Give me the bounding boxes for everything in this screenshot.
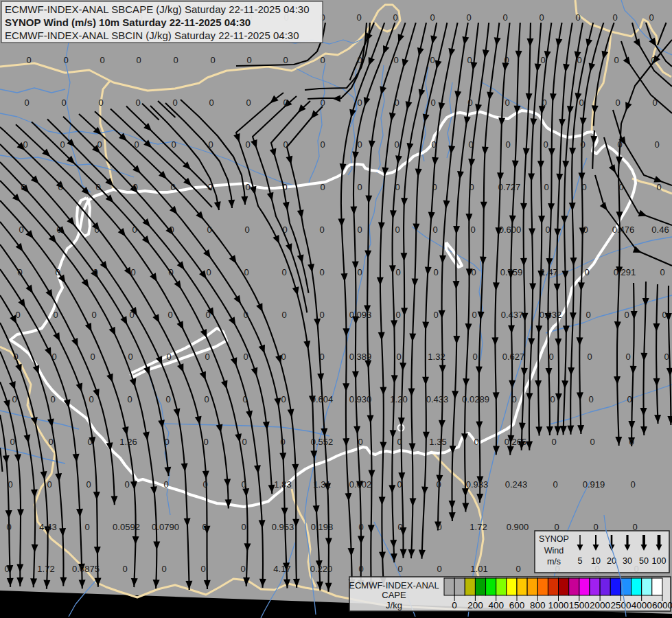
svg-text:1.20: 1.20 xyxy=(390,394,407,404)
svg-text:0: 0 xyxy=(283,55,288,65)
svg-text:0.433: 0.433 xyxy=(426,394,449,404)
svg-text:200: 200 xyxy=(467,600,483,610)
svg-text:0: 0 xyxy=(436,479,441,490)
svg-text:0: 0 xyxy=(50,394,55,404)
svg-text:0: 0 xyxy=(430,55,435,65)
svg-text:0: 0 xyxy=(664,352,669,362)
svg-text:0: 0 xyxy=(469,182,474,192)
svg-text:0: 0 xyxy=(122,564,127,574)
svg-text:0: 0 xyxy=(200,564,205,574)
svg-text:0: 0 xyxy=(624,310,629,320)
svg-text:0: 0 xyxy=(397,564,402,574)
svg-text:0: 0 xyxy=(171,139,176,150)
svg-text:1.83: 1.83 xyxy=(274,479,291,490)
svg-text:0: 0 xyxy=(357,225,362,235)
svg-text:0: 0 xyxy=(15,310,20,320)
svg-text:0: 0 xyxy=(242,394,247,404)
svg-text:0: 0 xyxy=(542,98,546,108)
svg-text:0: 0 xyxy=(540,55,545,65)
svg-text:30: 30 xyxy=(623,556,632,566)
svg-text:100: 100 xyxy=(652,556,667,566)
svg-text:SYNOP Wind (m/s) 10m Saturday: SYNOP Wind (m/s) 10m Saturday 22-11-2025… xyxy=(5,16,251,28)
svg-text:0: 0 xyxy=(319,267,324,277)
svg-text:0: 0 xyxy=(281,267,286,277)
svg-text:0: 0 xyxy=(165,394,170,404)
svg-text:0: 0 xyxy=(395,225,399,235)
svg-text:0.46: 0.46 xyxy=(651,225,669,235)
svg-text:0: 0 xyxy=(21,182,25,192)
svg-text:0: 0 xyxy=(17,267,22,277)
svg-text:0: 0 xyxy=(553,479,557,490)
svg-text:0: 0 xyxy=(90,352,95,362)
svg-text:0: 0 xyxy=(242,437,246,447)
svg-text:0: 0 xyxy=(134,139,139,150)
svg-text:0: 0 xyxy=(244,225,249,235)
svg-text:0: 0 xyxy=(580,139,585,150)
svg-text:0.0875: 0.0875 xyxy=(72,564,100,574)
svg-text:0.0289: 0.0289 xyxy=(462,394,489,404)
svg-text:0: 0 xyxy=(320,182,325,192)
svg-text:0: 0 xyxy=(543,139,548,150)
svg-text:0: 0 xyxy=(397,522,402,532)
svg-text:0: 0 xyxy=(282,182,287,192)
svg-text:2000: 2000 xyxy=(590,600,610,610)
svg-text:0: 0 xyxy=(474,437,478,447)
svg-text:0: 0 xyxy=(4,564,9,574)
svg-text:0: 0 xyxy=(205,310,210,320)
svg-text:0: 0 xyxy=(51,352,56,362)
svg-text:0.604: 0.604 xyxy=(311,394,334,404)
svg-text:600: 600 xyxy=(509,600,525,610)
svg-text:0: 0 xyxy=(662,310,667,320)
svg-text:0: 0 xyxy=(241,479,246,490)
svg-text:0: 0 xyxy=(433,267,438,277)
svg-text:0.243: 0.243 xyxy=(505,479,528,490)
svg-text:0: 0 xyxy=(246,55,251,65)
svg-text:0: 0 xyxy=(243,352,248,362)
svg-text:0: 0 xyxy=(357,182,362,192)
svg-text:0: 0 xyxy=(89,394,93,404)
svg-text:0: 0 xyxy=(55,267,60,277)
svg-text:4.43: 4.43 xyxy=(39,522,56,532)
svg-text:400: 400 xyxy=(488,600,504,610)
svg-text:0: 0 xyxy=(575,12,580,23)
svg-text:0: 0 xyxy=(467,55,472,65)
svg-text:0: 0 xyxy=(208,139,213,150)
svg-text:0: 0 xyxy=(87,437,92,447)
svg-text:0: 0 xyxy=(437,522,441,532)
svg-text:1.01: 1.01 xyxy=(470,564,487,574)
svg-text:0: 0 xyxy=(581,182,586,192)
svg-text:0: 0 xyxy=(586,310,590,320)
svg-text:0: 0 xyxy=(23,139,27,150)
svg-text:0: 0 xyxy=(430,98,435,108)
svg-text:0.919: 0.919 xyxy=(583,479,605,490)
svg-text:0: 0 xyxy=(48,437,53,447)
svg-text:CAPE: CAPE xyxy=(382,590,406,600)
svg-text:0: 0 xyxy=(63,55,68,65)
svg-text:0: 0 xyxy=(357,267,362,277)
svg-text:0: 0 xyxy=(649,12,653,23)
svg-text:0: 0 xyxy=(24,98,29,108)
svg-text:0: 0 xyxy=(130,267,135,277)
svg-text:0: 0 xyxy=(207,225,211,235)
svg-text:0: 0 xyxy=(397,437,402,447)
svg-text:0: 0 xyxy=(204,394,209,404)
svg-text:0: 0 xyxy=(612,12,617,23)
svg-text:ECMWF-INDEX-ANAL SBCAPE (J/kg): ECMWF-INDEX-ANAL SBCAPE (J/kg) Saturday … xyxy=(5,3,310,15)
svg-text:0: 0 xyxy=(60,139,65,150)
svg-text:0: 0 xyxy=(6,522,11,532)
svg-text:0: 0 xyxy=(615,98,620,108)
svg-text:0: 0 xyxy=(393,12,397,23)
svg-text:0: 0 xyxy=(320,55,325,65)
svg-text:0: 0 xyxy=(244,267,248,277)
svg-text:Wind: Wind xyxy=(544,546,564,556)
svg-text:0.437: 0.437 xyxy=(501,310,524,320)
svg-text:0: 0 xyxy=(319,225,324,235)
svg-text:0: 0 xyxy=(283,139,288,150)
svg-text:0: 0 xyxy=(210,55,215,65)
svg-text:0: 0 xyxy=(209,98,213,108)
svg-text:0: 0 xyxy=(629,437,634,447)
svg-text:0: 0 xyxy=(577,55,581,65)
svg-text:0: 0 xyxy=(393,55,398,65)
svg-text:0: 0 xyxy=(515,564,520,574)
svg-text:0: 0 xyxy=(205,352,209,362)
